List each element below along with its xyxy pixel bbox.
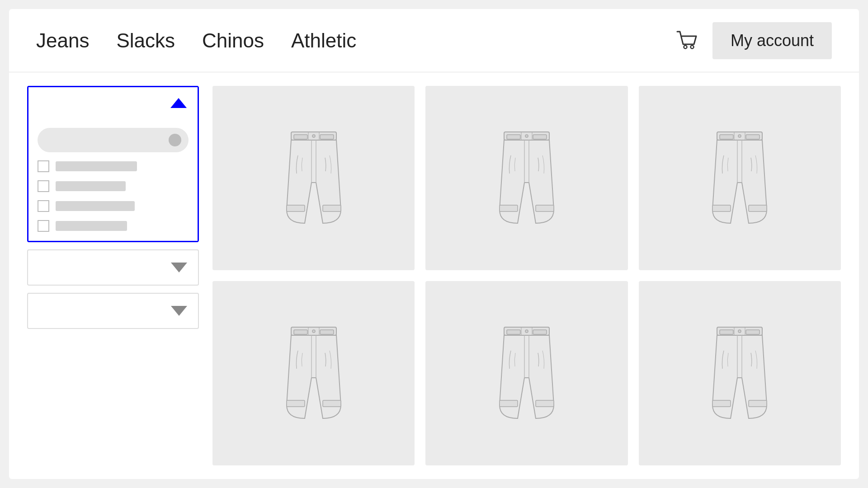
svg-rect-14 — [536, 205, 554, 211]
chevron-down-icon-3 — [171, 306, 187, 316]
svg-rect-43 — [720, 330, 733, 334]
filter-checkbox-4[interactable] — [38, 220, 49, 232]
svg-rect-6 — [323, 205, 341, 211]
product-image-1 — [278, 128, 350, 228]
product-card-5[interactable] — [425, 281, 627, 465]
svg-rect-27 — [294, 330, 307, 334]
svg-rect-20 — [746, 135, 760, 139]
svg-rect-5 — [287, 205, 305, 211]
svg-point-0 — [684, 46, 687, 49]
my-account-button[interactable]: My account — [712, 22, 832, 59]
svg-rect-19 — [720, 135, 733, 139]
svg-rect-11 — [507, 135, 520, 139]
filter-option-3[interactable] — [38, 200, 189, 212]
cart-button[interactable] — [672, 25, 703, 56]
nav-jeans[interactable]: Jeans — [36, 29, 89, 52]
filter-label-3 — [56, 201, 135, 211]
svg-rect-28 — [320, 330, 334, 334]
svg-point-33 — [312, 330, 315, 333]
filter-checkbox-1[interactable] — [38, 160, 49, 172]
svg-rect-30 — [323, 400, 341, 407]
page-wrapper: Jeans Slacks Chinos Athletic My account — [9, 9, 859, 479]
svg-rect-29 — [287, 400, 305, 407]
svg-rect-4 — [320, 135, 334, 139]
search-circle-icon — [169, 134, 181, 146]
header: Jeans Slacks Chinos Athletic My account — [9, 9, 859, 72]
nav-links: Jeans Slacks Chinos Athletic — [36, 29, 672, 52]
product-image-3 — [703, 128, 776, 228]
svg-point-49 — [738, 330, 741, 333]
product-card-4[interactable] — [212, 281, 415, 465]
product-card-6[interactable] — [639, 281, 841, 465]
filter-checkbox-3[interactable] — [38, 200, 49, 212]
filter-label-2 — [56, 181, 126, 191]
svg-rect-46 — [749, 400, 767, 407]
product-grid — [212, 86, 841, 465]
svg-rect-38 — [536, 400, 554, 407]
svg-rect-12 — [533, 135, 547, 139]
filter-box-1 — [27, 86, 199, 242]
filter-label-1 — [56, 161, 137, 171]
chevron-down-icon-2 — [171, 263, 187, 272]
filter-option-2[interactable] — [38, 180, 189, 192]
sidebar — [27, 86, 199, 465]
filter-box-1-body — [28, 119, 198, 241]
product-card-1[interactable] — [212, 86, 415, 270]
product-image-4 — [278, 324, 350, 423]
svg-rect-36 — [533, 330, 547, 334]
svg-point-25 — [738, 135, 741, 137]
filter-label-4 — [56, 221, 127, 231]
filter-option-4[interactable] — [38, 220, 189, 232]
filter-checkbox-2[interactable] — [38, 180, 49, 192]
svg-rect-45 — [712, 400, 731, 407]
nav-chinos[interactable]: Chinos — [202, 29, 264, 52]
svg-rect-13 — [500, 205, 518, 211]
product-image-5 — [491, 324, 563, 423]
svg-point-9 — [312, 135, 315, 137]
filter-box-2[interactable] — [27, 249, 199, 286]
svg-point-1 — [691, 46, 694, 49]
filter-box-1-header[interactable] — [28, 87, 198, 119]
chevron-up-icon — [170, 98, 187, 108]
filter-search-bar[interactable] — [38, 128, 189, 152]
cart-icon — [675, 28, 700, 53]
product-image-2 — [491, 128, 563, 228]
header-actions: My account — [672, 22, 832, 59]
svg-rect-21 — [712, 205, 731, 211]
svg-point-41 — [525, 330, 528, 333]
main-content — [9, 72, 859, 479]
svg-rect-35 — [507, 330, 520, 334]
nav-athletic[interactable]: Athletic — [291, 29, 356, 52]
filter-box-3[interactable] — [27, 293, 199, 329]
product-card-2[interactable] — [425, 86, 627, 270]
svg-rect-22 — [749, 205, 767, 211]
svg-rect-37 — [500, 400, 518, 407]
filter-option-1[interactable] — [38, 160, 189, 172]
svg-rect-44 — [746, 330, 760, 334]
nav-slacks[interactable]: Slacks — [116, 29, 175, 52]
product-card-3[interactable] — [639, 86, 841, 270]
svg-rect-3 — [294, 135, 307, 139]
svg-point-17 — [525, 135, 528, 137]
product-image-6 — [703, 324, 776, 423]
